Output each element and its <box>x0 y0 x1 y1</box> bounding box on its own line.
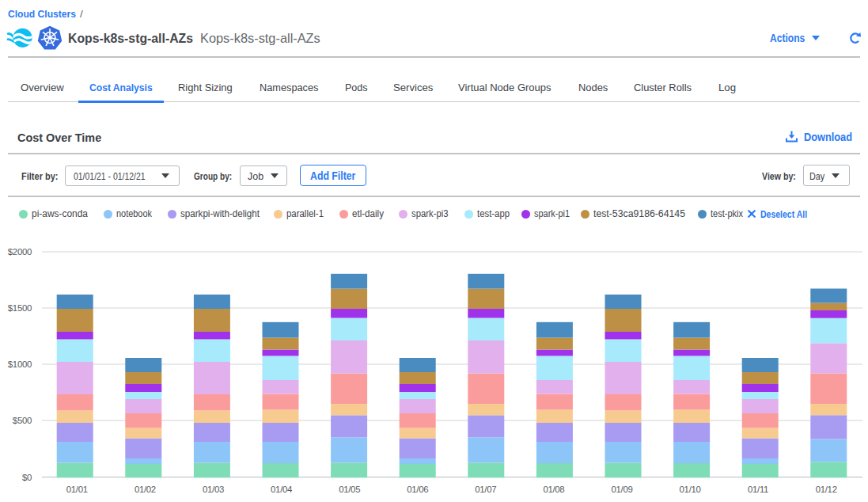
svg-text:01/08: 01/08 <box>543 485 564 494</box>
svg-text:$1000: $1000 <box>8 359 32 369</box>
svg-text:01/02: 01/02 <box>135 485 156 494</box>
svg-text:01/12: 01/12 <box>816 485 837 494</box>
svg-text:01/09: 01/09 <box>611 485 632 494</box>
svg-text:01/01: 01/01 <box>66 485 88 494</box>
svg-text:$2000: $2000 <box>8 247 32 257</box>
svg-text:01/11: 01/11 <box>748 485 768 494</box>
svg-text:$500: $500 <box>13 416 32 425</box>
svg-text:01/07: 01/07 <box>475 485 496 494</box>
svg-text:$0: $0 <box>22 473 32 482</box>
svg-text:01/10: 01/10 <box>680 485 701 494</box>
svg-text:01/03: 01/03 <box>203 485 224 494</box>
svg-text:01/06: 01/06 <box>407 485 428 494</box>
svg-text:01/04: 01/04 <box>271 485 292 494</box>
svg-text:$1500: $1500 <box>8 303 32 313</box>
svg-text:01/05: 01/05 <box>339 485 360 494</box>
